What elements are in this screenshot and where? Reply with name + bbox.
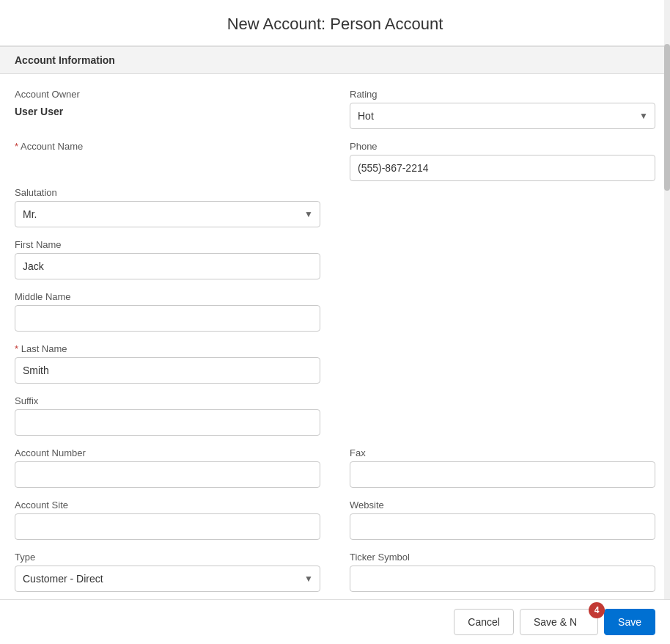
first-name-row: First Name (15, 239, 655, 279)
salutation-select-wrapper: --None-- Mr. Ms. Mrs. Dr. Prof. ▼ (15, 201, 320, 227)
last-name-row: Last Name (15, 343, 655, 384)
type-col: Type --None-- Analyst Competitor Custome… (15, 552, 320, 592)
middle-name-col: Middle Name (15, 291, 320, 332)
suffix-right-spacer (350, 395, 655, 436)
rating-select-wrapper: Hot Warm Cold ▼ (350, 103, 655, 129)
ticker-symbol-label: Ticker Symbol (350, 552, 655, 563)
account-name-label: Account Name (15, 141, 320, 152)
rating-col: Rating Hot Warm Cold ▼ (350, 89, 655, 129)
footer-bar: Cancel Save & N 4 Save (0, 599, 670, 644)
account-name-row: Account Name Phone (15, 141, 655, 181)
phone-spacer (350, 187, 655, 227)
account-owner-rating-row: Account Owner User User Rating Hot Warm … (15, 89, 655, 129)
last-name-right-spacer (350, 343, 655, 384)
save-new-button[interactable]: Save & N 4 (520, 609, 598, 635)
salutation-row: Salutation --None-- Mr. Ms. Mrs. Dr. Pro… (15, 187, 655, 227)
fax-col: Fax (350, 447, 655, 488)
suffix-label: Suffix (15, 395, 320, 406)
rating-select[interactable]: Hot Warm Cold (350, 103, 655, 129)
account-number-input[interactable] (15, 461, 320, 488)
account-owner-value: User User (15, 103, 320, 120)
account-site-col: Account Site (15, 500, 320, 540)
cancel-button[interactable]: Cancel (454, 609, 514, 635)
section-header: Account Information (0, 46, 670, 74)
middle-name-row: Middle Name (15, 291, 655, 332)
account-site-website-row: Account Site Website (15, 500, 655, 540)
type-label: Type (15, 552, 320, 563)
page-title: New Account: Person Account (0, 0, 670, 46)
suffix-col: Suffix (15, 395, 320, 436)
salutation-select[interactable]: --None-- Mr. Ms. Mrs. Dr. Prof. (15, 201, 320, 227)
save-new-label: Save & N (534, 616, 577, 628)
suffix-input[interactable] (15, 409, 320, 436)
last-name-col: Last Name (15, 343, 320, 384)
website-input[interactable] (350, 513, 655, 540)
save-button[interactable]: Save (604, 609, 655, 635)
phone-input[interactable] (350, 155, 655, 181)
type-select[interactable]: --None-- Analyst Competitor Customer Cus… (15, 566, 320, 592)
middle-name-right-spacer (350, 291, 655, 332)
account-site-label: Account Site (15, 500, 320, 511)
fax-input[interactable] (350, 461, 655, 488)
salutation-label: Salutation (15, 187, 320, 198)
middle-name-label: Middle Name (15, 291, 320, 302)
account-number-col: Account Number (15, 447, 320, 488)
website-col: Website (350, 500, 655, 540)
first-name-label: First Name (15, 239, 320, 250)
first-name-input[interactable] (15, 253, 320, 279)
ticker-col: Ticker Symbol (350, 552, 655, 592)
type-ticker-row: Type --None-- Analyst Competitor Custome… (15, 552, 655, 592)
suffix-row: Suffix (15, 395, 655, 436)
scrollbar[interactable] (664, 0, 670, 644)
account-site-input[interactable] (15, 513, 320, 540)
first-name-col: First Name (15, 239, 320, 279)
type-select-wrapper: --None-- Analyst Competitor Customer Cus… (15, 566, 320, 592)
phone-label: Phone (350, 141, 655, 152)
salutation-col: Salutation --None-- Mr. Ms. Mrs. Dr. Pro… (15, 187, 320, 227)
scrollbar-thumb (664, 44, 670, 191)
account-number-label: Account Number (15, 447, 320, 458)
first-name-right-spacer (350, 239, 655, 279)
middle-name-input[interactable] (15, 305, 320, 332)
account-owner-col: Account Owner User User (15, 89, 320, 129)
rating-label: Rating (350, 89, 655, 100)
account-owner-label: Account Owner (15, 89, 320, 100)
last-name-input[interactable] (15, 357, 320, 384)
account-name-col: Account Name (15, 141, 320, 181)
badge-count: 4 (589, 602, 605, 618)
last-name-label: Last Name (15, 343, 320, 354)
fax-label: Fax (350, 447, 655, 458)
form-body: Account Owner User User Rating Hot Warm … (0, 74, 670, 644)
website-label: Website (350, 500, 655, 511)
account-number-fax-row: Account Number Fax (15, 447, 655, 488)
ticker-symbol-input[interactable] (350, 566, 655, 592)
phone-col: Phone (350, 141, 655, 181)
